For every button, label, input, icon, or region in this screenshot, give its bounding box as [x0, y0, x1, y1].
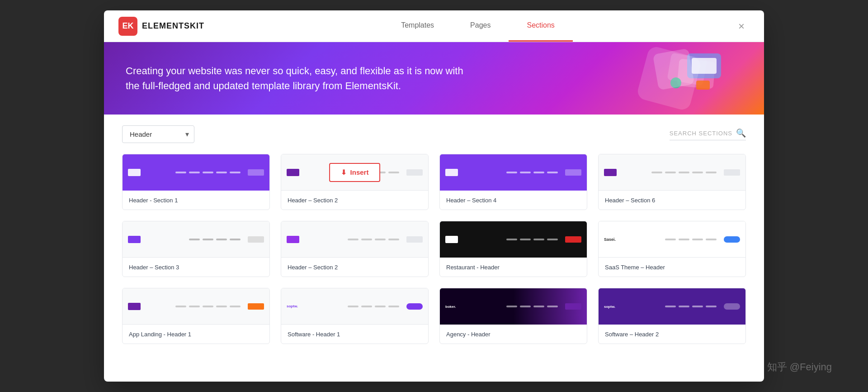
category-select[interactable]: Header Footer Hero About Contact Pricing [122, 125, 194, 143]
deco-shape-2 [653, 48, 695, 91]
insert-overlay: ⬇ Insert [329, 163, 381, 182]
card-preview-2: ⬇ Insert [281, 154, 428, 191]
card-info-11: Agency - Header [440, 325, 587, 344]
mini-nav-3 [506, 172, 558, 173]
card-info-12: Software – Header 2 [599, 325, 745, 344]
card-preview-5 [123, 221, 269, 258]
card-title-2: Header – Section 2 [288, 197, 338, 204]
insert-label: Insert [350, 168, 369, 176]
mini-header-5 [123, 221, 269, 257]
mini-header-3 [440, 154, 587, 191]
mini-header-4 [599, 154, 745, 190]
mini-header-9 [123, 288, 269, 324]
card-preview-12: soptw. [599, 288, 745, 325]
section-card-10[interactable]: soptw. Software - Header 1 [281, 288, 429, 344]
mini-nav-5 [189, 239, 241, 240]
mini-nav-7 [506, 239, 558, 240]
tab-templates[interactable]: Templates [383, 10, 452, 42]
filters-row: Header Footer Hero About Contact Pricing… [104, 115, 764, 154]
card-preview-10: soptw. [281, 288, 428, 325]
sections-grid: Header - Section 1 [104, 154, 764, 359]
section-card-1[interactable]: Header - Section 1 [122, 154, 270, 210]
mini-header-1 [123, 154, 269, 191]
mini-nav-10 [348, 306, 399, 307]
card-title-4: Header – Section 6 [605, 197, 655, 204]
section-card-2[interactable]: ⬇ Insert Header – Section 2 [281, 154, 429, 210]
close-button[interactable]: × [733, 18, 750, 34]
section-card-8[interactable]: Sasei. SaaS Theme – Header [598, 221, 746, 277]
mini-header-7 [440, 221, 587, 258]
card-preview-6 [281, 221, 428, 258]
card-title-12: Software – Header 2 [605, 331, 659, 338]
svg-rect-5 [696, 81, 710, 90]
section-card-3[interactable]: Header – Section 4 [439, 154, 587, 210]
card-title-6: Header – Section 2 [288, 264, 338, 271]
mini-logo-1 [128, 169, 141, 176]
card-preview-3 [440, 154, 587, 191]
card-title-10: Software - Header 1 [288, 331, 340, 338]
card-preview-7 [440, 221, 587, 258]
mini-nav-9 [175, 306, 241, 307]
card-preview-11: boker. [440, 288, 587, 325]
card-title-1: Header - Section 1 [129, 197, 178, 204]
card-preview-1 [123, 154, 269, 191]
card-info-9: App Landing - Header 1 [123, 325, 269, 344]
card-title-8: SaaS Theme – Header [605, 264, 665, 271]
card-title-9: App Landing - Header 1 [129, 331, 191, 338]
card-info-10: Software - Header 1 [281, 325, 428, 344]
section-card-12[interactable]: soptw. Software – Header 2 [598, 288, 746, 344]
mini-nav-11 [506, 306, 558, 307]
modal-overlay[interactable]: EK ELEMENTSKIT Templates Pages Sections … [0, 0, 868, 392]
section-card-7[interactable]: Restaurant - Header [439, 221, 587, 277]
card-info-5: Header – Section 3 [123, 258, 269, 277]
modal-body: Creating your website was never so quick… [104, 42, 764, 382]
mini-header-6 [281, 221, 428, 257]
tab-sections[interactable]: Sections [509, 10, 572, 42]
banner-description: Creating your website was never so quick… [126, 63, 463, 93]
logo-icon: EK [118, 17, 137, 36]
card-title-7: Restaurant - Header [446, 264, 500, 271]
tabs-container: Templates Pages Sections [222, 10, 733, 42]
tab-pages[interactable]: Pages [452, 10, 509, 42]
section-card-11[interactable]: boker. Agency - Header [439, 288, 587, 344]
section-card-4[interactable]: Header – Section 6 [598, 154, 746, 210]
modal-container: EK ELEMENTSKIT Templates Pages Sections … [104, 10, 764, 382]
card-info-4: Header – Section 6 [599, 191, 745, 210]
card-info-2: Header – Section 2 [281, 191, 428, 210]
mini-header-8: Sasei. [599, 221, 745, 257]
mini-header-10: soptw. [281, 288, 428, 324]
card-title-3: Header – Section 4 [446, 197, 496, 204]
logo-text: ELEMENTSKIT [142, 21, 204, 31]
section-card-5[interactable]: Header – Section 3 [122, 221, 270, 277]
mini-nav-6 [348, 239, 399, 240]
logo-area: EK ELEMENTSKIT [118, 17, 204, 36]
search-icon[interactable]: 🔍 [736, 128, 746, 138]
section-card-6[interactable]: Header – Section 2 [281, 221, 429, 277]
card-info-8: SaaS Theme – Header [599, 258, 745, 277]
mini-nav-8 [665, 239, 717, 240]
mini-nav-12 [665, 306, 717, 307]
card-title-11: Agency - Header [446, 331, 491, 338]
section-card-9[interactable]: App Landing - Header 1 [122, 288, 270, 344]
card-title-5: Header – Section 3 [129, 264, 179, 271]
mini-nav-4 [651, 172, 717, 173]
card-info-7: Restaurant - Header [440, 258, 587, 277]
card-info-3: Header – Section 4 [440, 191, 587, 210]
banner-text: Creating your website was never so quick… [126, 63, 463, 93]
mini-header-12: soptw. [599, 288, 745, 325]
category-dropdown[interactable]: Header Footer Hero About Contact Pricing… [122, 125, 194, 143]
mini-header-11: boker. [440, 288, 587, 325]
insert-button[interactable]: ⬇ Insert [329, 163, 381, 182]
insert-icon: ⬇ [341, 168, 347, 177]
card-preview-9 [123, 288, 269, 325]
card-info-6: Header – Section 2 [281, 258, 428, 277]
card-preview-8: Sasei. [599, 221, 745, 258]
mini-nav-1 [175, 172, 241, 173]
card-preview-4 [599, 154, 745, 191]
modal-header: EK ELEMENTSKIT Templates Pages Sections … [104, 10, 764, 42]
card-info-1: Header - Section 1 [123, 191, 269, 210]
search-area[interactable]: SEARCH SECTIONS 🔍 [670, 128, 746, 140]
search-placeholder-text: SEARCH SECTIONS [670, 130, 732, 137]
banner-decoration [601, 42, 737, 115]
banner: Creating your website was never so quick… [104, 42, 764, 115]
